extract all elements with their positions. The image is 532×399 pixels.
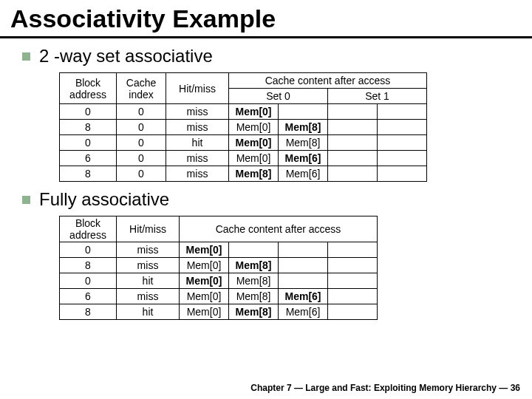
table-cell: Mem[0]: [180, 258, 229, 273]
table-two-way: Block address Cache index Hit/miss Cache…: [59, 72, 427, 182]
col-set1: Set 1: [328, 89, 427, 104]
col-block: Block address: [60, 216, 117, 242]
table-cell: miss: [117, 242, 180, 258]
slide-footer: Chapter 7 — Large and Fast: Exploiting M…: [250, 383, 520, 393]
table-cell: [279, 104, 328, 120]
table-cell: 0: [60, 135, 117, 151]
section-two-way: 2 -way set associative Block address Cac…: [0, 46, 532, 182]
table-cell: Mem[0]: [180, 273, 229, 289]
table-row: 0hitMem[0]Mem[8]: [60, 273, 378, 289]
table-cell: 6: [60, 289, 117, 304]
table-cell: Mem[6]: [279, 166, 328, 182]
section-title-fully: Fully associative: [39, 189, 169, 210]
col-content: Cache content after access: [180, 216, 378, 242]
square-bullet-icon: [22, 52, 30, 61]
table-cell: Mem[0]: [180, 304, 229, 320]
table-row: 6missMem[0]Mem[8]Mem[6]: [60, 289, 378, 304]
title-block: Associativity Example: [0, 0, 532, 38]
table-cell: 0: [117, 104, 166, 120]
table-cell: miss: [117, 258, 180, 273]
col-content: Cache content after access: [229, 73, 427, 89]
table-cell: [328, 104, 378, 120]
table-cell: Mem[6]: [279, 289, 328, 304]
table-cell: miss: [166, 120, 229, 135]
table-cell: Mem[8]: [229, 289, 279, 304]
slide: Associativity Example 2 -way set associa…: [0, 0, 532, 399]
table-cell: [328, 289, 378, 304]
table-cell: Mem[0]: [229, 104, 279, 120]
table-header-row: Block address Hit/miss Cache content aft…: [60, 216, 378, 242]
table-row: 80missMem[8]Mem[6]: [60, 166, 427, 182]
table-cell: [328, 304, 378, 320]
table-cell: [279, 242, 328, 258]
table-cell: Mem[0]: [180, 242, 229, 258]
table-row: 8hitMem[0]Mem[8]Mem[6]: [60, 304, 378, 320]
table-cell: [328, 120, 378, 135]
table-row: 60missMem[0]Mem[6]: [60, 151, 427, 166]
table-cell: Mem[0]: [229, 135, 279, 151]
table-cell: hit: [166, 135, 229, 151]
col-index: Cache index: [117, 73, 166, 104]
table-cell: 0: [117, 135, 166, 151]
table-cell: Mem[8]: [229, 166, 279, 182]
section-head: Fully associative: [22, 189, 532, 210]
table-cell: Mem[8]: [279, 120, 328, 135]
table-cell: Mem[6]: [279, 304, 328, 320]
section-fully: Fully associative Block address Hit/miss…: [0, 189, 532, 320]
table-cell: [279, 258, 328, 273]
table-cell: 8: [60, 120, 117, 135]
table-cell: [328, 242, 378, 258]
table-cell: Mem[0]: [229, 151, 279, 166]
table-cell: Mem[6]: [279, 151, 328, 166]
table-cell: [378, 120, 427, 135]
square-bullet-icon: [22, 196, 30, 204]
table-cell: Mem[8]: [279, 135, 328, 151]
table-cell: 0: [60, 273, 117, 289]
col-set0: Set 0: [229, 89, 328, 104]
table-cell: 0: [117, 151, 166, 166]
table-cell: [378, 104, 427, 120]
table-row: 0missMem[0]: [60, 242, 378, 258]
table-cell: [328, 151, 378, 166]
table-cell: hit: [117, 273, 180, 289]
table-cell: miss: [166, 104, 229, 120]
table-cell: miss: [117, 289, 180, 304]
table-cell: [229, 242, 279, 258]
table-cell: [378, 135, 427, 151]
table-cell: 8: [60, 304, 117, 320]
table-cell: 0: [60, 104, 117, 120]
table-cell: 8: [60, 166, 117, 182]
table-cell: 0: [117, 166, 166, 182]
table-cell: 0: [117, 120, 166, 135]
table-cell: [328, 166, 378, 182]
page-title: Associativity Example: [10, 4, 532, 33]
table-wrap-two-way: Block address Cache index Hit/miss Cache…: [22, 72, 532, 182]
table-cell: Mem[8]: [229, 273, 279, 289]
table-cell: Mem[8]: [229, 258, 279, 273]
table-cell: miss: [166, 166, 229, 182]
section-title-two-way: 2 -way set associative: [39, 46, 213, 66]
table-cell: 0: [60, 242, 117, 258]
table-fully: Block address Hit/miss Cache content aft…: [59, 216, 378, 320]
table-row: 8missMem[0]Mem[8]: [60, 258, 378, 273]
table-row: 00hitMem[0]Mem[8]: [60, 135, 427, 151]
table-cell: [328, 258, 378, 273]
col-hit: Hit/miss: [117, 216, 180, 242]
section-head: 2 -way set associative: [22, 46, 532, 66]
table-row: 80missMem[0]Mem[8]: [60, 120, 427, 135]
table-cell: [378, 166, 427, 182]
table-cell: hit: [117, 304, 180, 320]
table-cell: 6: [60, 151, 117, 166]
table-cell: Mem[0]: [229, 120, 279, 135]
table-wrap-fully: Block address Hit/miss Cache content aft…: [22, 216, 532, 320]
table-cell: [328, 273, 378, 289]
table-cell: [279, 273, 328, 289]
table-header-row: Block address Cache index Hit/miss Cache…: [60, 73, 427, 89]
table-cell: 8: [60, 258, 117, 273]
table-row: 00missMem[0]: [60, 104, 427, 120]
table-cell: miss: [166, 151, 229, 166]
col-hit: Hit/miss: [166, 73, 229, 104]
table-cell: Mem[8]: [229, 304, 279, 320]
col-block: Block address: [60, 73, 117, 104]
table-cell: [328, 135, 378, 151]
